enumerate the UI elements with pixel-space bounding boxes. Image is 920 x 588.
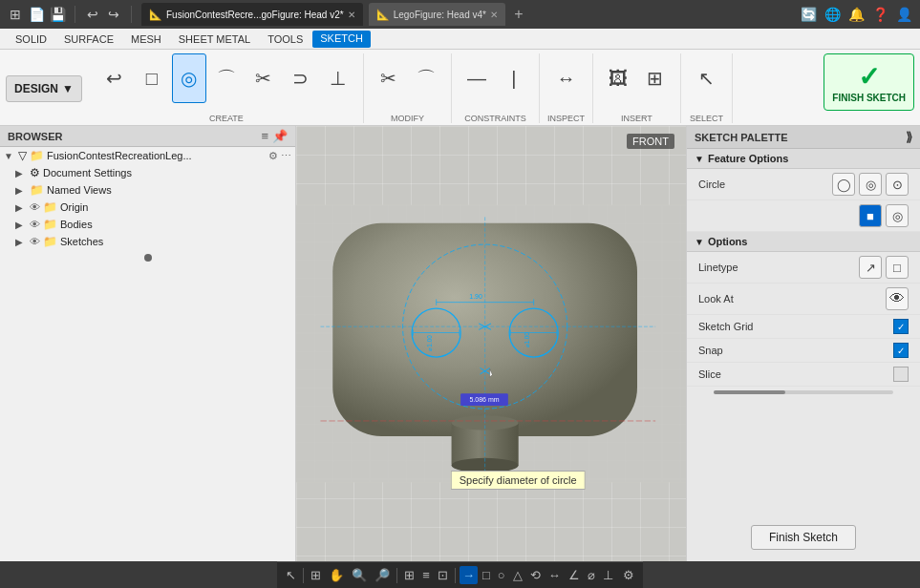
rib-select-btn[interactable]: ↖: [689, 53, 723, 103]
tree-item-root[interactable]: ▼ ▽ 📁 FusionContestRecreationLeg... ⚙ ⋯: [0, 147, 295, 164]
main-area: BROWSER ≡ 📌 ▼ ▽ 📁 FusionContestRecreatio…: [0, 126, 920, 561]
refresh-icon[interactable]: 🔄: [801, 7, 817, 22]
finish-sketch-check-icon: ✓: [858, 61, 880, 93]
tree-doc-label: Document Settings: [43, 167, 291, 178]
tree-bodies-label: Bodies: [60, 219, 291, 230]
bottombar-settings-icon[interactable]: ⚙: [620, 566, 637, 584]
sidebar-collapse-icon[interactable]: ≡: [261, 129, 268, 143]
rib-insert2-btn[interactable]: ⊞: [638, 53, 673, 103]
rib-insert1-btn[interactable]: 🖼: [601, 53, 635, 103]
st-list-icon[interactable]: ≡: [419, 566, 433, 584]
redo-icon[interactable]: ↪: [106, 7, 121, 22]
options-arrow-icon: ▼: [695, 237, 704, 247]
rib-offset-btn[interactable]: ⊃: [284, 53, 318, 103]
sidebar-pin-icon[interactable]: 📌: [272, 129, 288, 143]
select-group-label: SELECT: [690, 114, 723, 123]
snap-checkbox[interactable]: ✓: [893, 343, 909, 358]
file-icon[interactable]: 📄: [29, 7, 44, 22]
tree-root-overflow-icon[interactable]: ⋯: [281, 150, 291, 162]
avatar-icon[interactable]: 👤: [896, 7, 912, 22]
tree-root-gear-icon[interactable]: ⚙: [268, 150, 278, 162]
rib-perp-btn[interactable]: ⊥: [321, 53, 355, 103]
insert1-icon: 🖼: [609, 68, 628, 90]
tree-arrow-root: ▼: [4, 151, 15, 161]
finish-sketch-ribbon-btn[interactable]: ✓ FINISH SKETCH: [824, 53, 914, 111]
tree-sketches-eye-icon[interactable]: 👁: [30, 236, 40, 247]
tab-head-v2[interactable]: 📐 FusionContestRecre...goFigure: Head v2…: [141, 3, 363, 26]
circle-center-btn[interactable]: ◯: [832, 173, 855, 196]
tree-item-origin[interactable]: ▶ 👁 📁 Origin: [0, 199, 295, 216]
slice-checkbox[interactable]: ✓: [893, 367, 909, 382]
menu-sheet-metal[interactable]: SHEET METAL: [171, 32, 258, 47]
tree-item-sketches[interactable]: ▶ 👁 📁 Sketches: [0, 233, 295, 250]
canvas-area[interactable]: ⌀1.00 ⌀1.00 1.90: [296, 126, 686, 561]
linetype-construct-btn[interactable]: □: [886, 256, 909, 279]
st-sketch-circle-icon[interactable]: ○: [495, 566, 508, 584]
st-grid2-icon[interactable]: ⊡: [435, 566, 451, 584]
st-sketch-rect-icon[interactable]: □: [480, 566, 493, 584]
rib-con2-btn[interactable]: |: [497, 53, 531, 103]
tree-item-doc-settings[interactable]: ▶ ⚙ Document Settings: [0, 164, 295, 181]
rib-line-btn[interactable]: ↩: [97, 53, 132, 103]
menubar: SOLID SURFACE MESH SHEET METAL TOOLS SKE…: [0, 29, 920, 50]
linetype-normal-btn[interactable]: ↗: [859, 256, 882, 279]
st-sketch-dim-icon[interactable]: ↔: [546, 566, 564, 584]
sketch-grid-checkbox[interactable]: ✓: [893, 319, 909, 334]
rib-arc-btn[interactable]: ⌒: [209, 53, 244, 103]
rib-circle-btn[interactable]: ◎: [172, 53, 206, 103]
menu-sketch[interactable]: SKETCH: [312, 31, 371, 48]
help-icon[interactable]: ❓: [872, 7, 888, 22]
rib-con1-btn[interactable]: —: [460, 53, 494, 103]
menu-mesh[interactable]: MESH: [123, 32, 169, 47]
tab-head-v2-close[interactable]: ✕: [348, 10, 355, 20]
tree-arrow-doc: ▶: [15, 168, 27, 178]
tree-origin-eye-icon[interactable]: 👁: [30, 201, 40, 213]
st-sketch-spline-icon[interactable]: ⟲: [527, 566, 544, 584]
con1-icon: —: [467, 68, 486, 90]
st-sketch-diam-icon[interactable]: ⌀: [585, 566, 598, 584]
st-zoombox-icon[interactable]: 🔎: [372, 566, 393, 584]
st-pan-icon[interactable]: ✋: [326, 566, 347, 584]
st-display-icon[interactable]: ⊞: [401, 566, 417, 584]
rib-inspect-btn[interactable]: ↔: [548, 53, 583, 103]
st-sketch-angle-icon[interactable]: ∠: [566, 566, 583, 584]
rib-mod1-btn[interactable]: ✂: [372, 53, 406, 103]
finish-sketch-bottom-btn[interactable]: Finish Sketch: [751, 525, 856, 550]
look-at-btn[interactable]: 👁: [886, 287, 909, 310]
circle-3pt-btn[interactable]: ⊙: [886, 173, 909, 196]
bottombar: ↖ ⊞ ✋ 🔍 🔎 ⊞ ≡ ⊡ → □ ○ △ ⟲ ↔ ∠ ⌀ ⊥ ⚙: [0, 561, 920, 588]
tree-item-bodies[interactable]: ▶ 👁 📁 Bodies: [0, 216, 295, 233]
grid-icon[interactable]: ⊞: [8, 7, 23, 22]
design-dropdown[interactable]: DESIGN ▼: [6, 75, 82, 102]
canvas-view-label: FRONT: [627, 134, 674, 149]
st-sketch-perp-icon[interactable]: ⊥: [600, 566, 616, 584]
rib-rect-btn[interactable]: □: [135, 53, 169, 103]
globe-icon[interactable]: 🌐: [824, 7, 841, 22]
circle-fill-btn[interactable]: ■: [859, 204, 882, 227]
menu-solid[interactable]: SOLID: [8, 32, 54, 47]
options-header[interactable]: ▼ Options: [687, 232, 920, 252]
tree-bodies-eye-icon[interactable]: 👁: [30, 219, 40, 230]
st-nav-icon[interactable]: ↖: [283, 566, 299, 584]
add-tab-button[interactable]: +: [511, 7, 526, 22]
tree-item-named-views[interactable]: ▶ 📁 Named Views: [0, 181, 295, 199]
undo-icon[interactable]: ↩: [85, 7, 100, 22]
bell-icon[interactable]: 🔔: [848, 7, 865, 22]
circle-outline-btn[interactable]: ◎: [886, 204, 909, 227]
look-at-row: Look At 👁: [687, 284, 920, 315]
menu-surface[interactable]: SURFACE: [56, 32, 121, 47]
circle-2pt-btn[interactable]: ◎: [859, 173, 882, 196]
st-grid-icon[interactable]: ⊞: [308, 566, 324, 584]
st-zoom-icon[interactable]: 🔍: [349, 566, 370, 584]
feature-options-header[interactable]: ▼ Feature Options: [687, 149, 920, 169]
rp-header: SKETCH PALETTE ⟫: [687, 126, 920, 149]
st-sketch-line-icon[interactable]: →: [460, 566, 478, 584]
save-icon[interactable]: 💾: [50, 7, 65, 22]
rib-trim-btn[interactable]: ✂: [246, 53, 281, 103]
tab-lego-v4-close[interactable]: ✕: [490, 10, 498, 20]
rib-mod2-btn[interactable]: ⌒: [409, 53, 443, 103]
menu-tools[interactable]: TOOLS: [260, 32, 310, 47]
rp-expand-icon[interactable]: ⟫: [906, 130, 912, 144]
tab-lego-v4[interactable]: 📐 LegoFigure: Head v4* ✕: [369, 3, 505, 26]
st-sketch-arc-icon[interactable]: △: [510, 566, 525, 584]
